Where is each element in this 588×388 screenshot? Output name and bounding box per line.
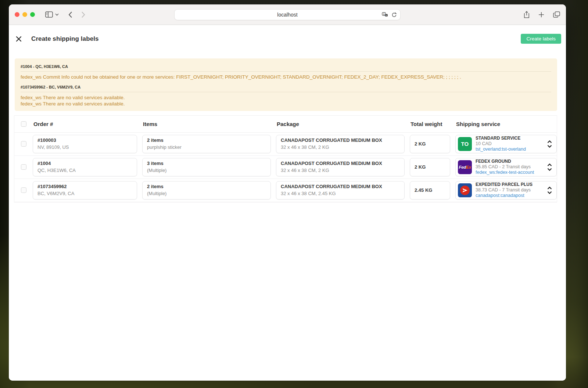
select-all-checkbox[interactable]: [21, 121, 26, 127]
column-header-order: Order #: [33, 121, 142, 127]
table-header-row: Order # Items Package Total weight Shipp…: [14, 116, 557, 133]
service-price: 35.85 CAD - 2 Transit days: [476, 164, 534, 170]
share-icon[interactable]: [524, 11, 530, 18]
shipping-service-cell: EXPEDITED PARCEL PLUS 38.73 CAD - 7 Tran…: [455, 181, 557, 200]
page-title: Create shipping labels: [31, 35, 99, 43]
package-cell: CANADAPOST CORRUGATED MEDIUM BOX 32 x 46…: [276, 181, 405, 200]
service-price: 10 CAD: [476, 141, 526, 147]
column-header-shipping-service: Shipping service: [455, 121, 557, 127]
carrier-badge-text: TO: [461, 141, 469, 147]
fedex-logo-ex: Ex: [466, 165, 471, 169]
items-cell: 3 items (Multiple): [142, 158, 271, 176]
address-bar-url[interactable]: localhost: [277, 12, 297, 18]
service-account-link[interactable]: tst_overland:tst-overland: [476, 147, 526, 152]
new-tab-icon[interactable]: [538, 12, 544, 18]
row-checkbox[interactable]: [21, 164, 26, 170]
minimize-window-button[interactable]: [22, 12, 27, 17]
svg-text:x: x: [386, 14, 387, 17]
total-weight-cell: 2.45 KG: [410, 181, 450, 200]
table-row: #1004 QC, H3E1W6, CA 3 items (Multiple) …: [14, 156, 557, 179]
sidebar-toggle-icon[interactable]: [45, 11, 53, 18]
alert-block: #1004 - QC, H3E1W6, CA fedex_ws Commit I…: [21, 60, 551, 80]
tst-overland-carrier-icon: TO: [458, 137, 472, 151]
order-cell: #1004 QC, H3E1W6, CA: [33, 158, 137, 176]
page-header: Create shipping labels Create labels: [9, 25, 566, 52]
sidebar-chevron-down-icon[interactable]: [55, 13, 59, 16]
order-number: #1073459962: [37, 183, 132, 190]
items-detail: (Multiple): [147, 167, 266, 174]
forward-button[interactable]: [81, 11, 85, 18]
shipping-service-cell: FedEx FEDEX GROUND 35.85 CAD - 2 Transit…: [455, 158, 557, 176]
service-name: EXPEDITED PARCEL PLUS: [476, 182, 533, 187]
column-header-package: Package: [276, 121, 410, 127]
warning-alerts: #1004 - QC, H3E1W6, CA fedex_ws Commit I…: [15, 58, 557, 111]
create-labels-button[interactable]: Create labels: [521, 34, 561, 44]
alert-message: fedex_ws There are no valid services ava…: [21, 101, 551, 107]
service-account-link[interactable]: canadapost:canadapost: [476, 193, 533, 199]
service-price: 38.73 CAD - 7 Transit days: [476, 187, 533, 193]
translate-icon[interactable]: A x: [382, 12, 388, 17]
total-weight-value: 2 KG: [415, 141, 426, 147]
service-up-chevron-icon[interactable]: [547, 187, 552, 190]
service-account-link[interactable]: fedex_ws:fedex-test-account: [476, 170, 534, 176]
close-window-button[interactable]: [15, 12, 19, 17]
address-bar[interactable]: localhost A x: [174, 9, 401, 20]
row-checkbox[interactable]: [21, 187, 26, 193]
row-checkbox[interactable]: [21, 141, 26, 147]
service-up-chevron-icon[interactable]: [547, 164, 552, 166]
browser-window: localhost A x: [9, 4, 566, 381]
items-count: 3 items: [147, 160, 266, 167]
order-number: #100003: [37, 137, 132, 144]
table-row: #100003 NV, 89109, US 2 items purplship …: [14, 133, 557, 156]
svg-text:A: A: [383, 13, 385, 15]
order-address: BC, V6M2V9, CA: [37, 190, 132, 197]
order-address: QC, H3E1W6, CA: [37, 167, 132, 174]
items-count: 2 items: [147, 183, 266, 190]
service-stepper: [545, 164, 553, 171]
close-icon[interactable]: [15, 36, 22, 42]
items-detail: (Multiple): [147, 190, 266, 197]
service-up-chevron-icon[interactable]: [547, 140, 552, 143]
package-name: CANADAPOST CORRUGATED MEDIUM BOX: [281, 183, 400, 190]
order-address: NV, 89109, US: [37, 144, 132, 151]
order-number: #1004: [37, 160, 132, 167]
package-name: CANADAPOST CORRUGATED MEDIUM BOX: [281, 137, 400, 144]
alert-message: fedex_ws Commit Info could not be obtain…: [21, 74, 551, 80]
package-cell: CANADAPOST CORRUGATED MEDIUM BOX 32 x 46…: [276, 158, 405, 176]
shipping-service-cell: TO STANDARD SERVICE 10 CAD tst_overland:…: [455, 135, 557, 153]
tab-overview-icon[interactable]: [553, 11, 560, 18]
table-row: #1073459962 BC, V6M2V9, CA 2 items (Mult…: [14, 179, 557, 202]
items-cell: 2 items (Multiple): [142, 181, 271, 200]
service-name: FEDEX GROUND: [476, 159, 534, 164]
items-detail: purplship sticker: [147, 144, 266, 151]
total-weight-value: 2.45 KG: [415, 187, 432, 194]
total-weight-cell: 2 KG: [410, 158, 450, 176]
canadapost-carrier-icon: [458, 183, 472, 197]
service-stepper: [545, 140, 553, 148]
window-controls: [15, 12, 35, 17]
service-down-chevron-icon[interactable]: [547, 168, 552, 171]
package-detail: 32 x 46 x 38 CM, 2 KG: [281, 167, 400, 174]
package-name: CANADAPOST CORRUGATED MEDIUM BOX: [281, 160, 400, 167]
items-cell: 2 items purplship sticker: [142, 135, 271, 153]
back-button[interactable]: [68, 11, 72, 18]
column-header-total-weight: Total weight: [410, 121, 455, 127]
order-cell: #100003 NV, 89109, US: [33, 135, 137, 153]
alert-order-header: #1004 - QC, H3E1W6, CA: [21, 63, 551, 72]
package-detail: 32 x 46 x 38 CM, 2 KG: [281, 144, 400, 151]
alert-message: fedex_ws There are no valid services ava…: [21, 95, 551, 101]
package-detail: 32 x 46 x 38 CM, 2.45 KG: [281, 190, 400, 197]
fedex-logo-fed: Fed: [459, 165, 466, 169]
service-name: STANDARD SERVICE: [476, 136, 526, 141]
total-weight-value: 2 KG: [415, 164, 426, 170]
create-shipping-labels-page: Create shipping labels Create labels #10…: [9, 25, 566, 381]
reload-icon[interactable]: [391, 12, 397, 18]
service-down-chevron-icon[interactable]: [547, 145, 552, 148]
order-cell: #1073459962 BC, V6M2V9, CA: [33, 181, 137, 200]
fedex-carrier-icon: FedEx: [458, 160, 472, 174]
orders-table: Order # Items Package Total weight Shipp…: [14, 115, 557, 202]
zoom-window-button[interactable]: [30, 12, 35, 17]
column-header-items: Items: [142, 121, 276, 127]
service-down-chevron-icon[interactable]: [547, 191, 552, 194]
items-count: 2 items: [147, 137, 266, 144]
